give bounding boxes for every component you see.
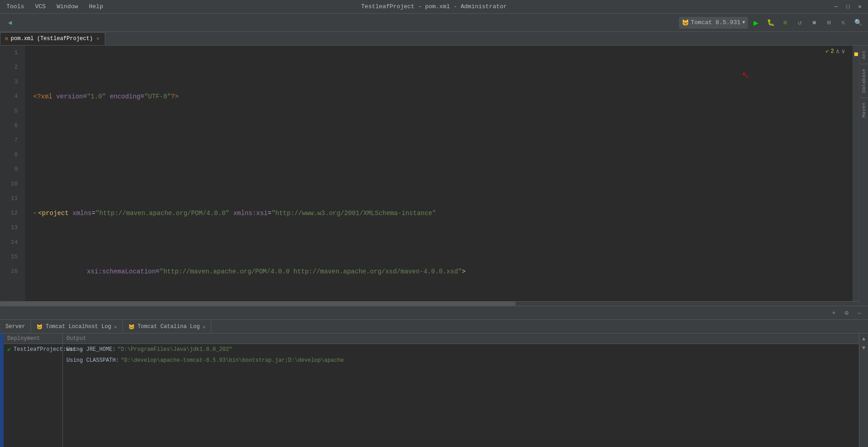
scroll-up-button[interactable]: ▲	[860, 335, 868, 343]
tab-server-label: Server	[5, 324, 25, 330]
run-button[interactable]: ▶	[750, 16, 762, 29]
line-num-14: 14	[0, 235, 21, 250]
editor-container: 1 2 3 4 5 6 7 8 9 10 11 12 13 14 15 16	[0, 46, 859, 306]
maximize-button[interactable]: □	[844, 3, 852, 10]
settings-button[interactable]: ⚙	[842, 308, 852, 318]
bottom-toolbar: + ⚙ —	[0, 306, 868, 320]
window-controls: — □ ✕	[832, 3, 863, 10]
editor-content[interactable]: 1 2 3 4 5 6 7 8 9 10 11 12 13 14 15 16	[0, 46, 859, 301]
toolbar: ◀ 🐱 Tomcat 8.5.931 ▼ ▶ 🐛 ⊕ ↺ ■ ⊞ ⇱ 🔍	[0, 14, 868, 32]
scroll-down-button[interactable]: ▼	[860, 344, 868, 352]
far-right-panel: Ant Database Maven	[859, 46, 868, 306]
database-panel-label[interactable]: Database	[860, 64, 868, 98]
stop-button[interactable]: ■	[808, 16, 821, 29]
output-header: Output	[63, 334, 859, 344]
ant-panel-label[interactable]: Ant	[860, 46, 868, 64]
code-line-4: xsi:schemaLocation="http://maven.apache.…	[30, 264, 848, 279]
minimize-panel-button[interactable]: —	[854, 308, 864, 318]
line-num-6: 6	[0, 118, 21, 133]
main-area: 1 2 3 4 5 6 7 8 9 10 11 12 13 14 15 16	[0, 46, 868, 306]
line-num-1: 1	[0, 46, 21, 60]
status-stripe	[0, 334, 4, 447]
run-config-dropdown-icon[interactable]: ▼	[742, 20, 745, 25]
line-num-11: 11	[0, 191, 21, 206]
tab-catalina-label: Tomcat Catalina Log	[138, 324, 200, 330]
tabs-bar: m pom.xml (TestleafProject) ✕	[0, 32, 868, 46]
line-num-3: 3	[0, 75, 21, 89]
line-num-16: 16	[0, 264, 21, 279]
edit-config-button[interactable]: ⇱	[837, 16, 850, 29]
add-tab-button[interactable]: +	[829, 308, 839, 318]
close-button[interactable]: ✕	[856, 3, 863, 10]
error-nav-down[interactable]: ∨	[842, 47, 845, 55]
line-num-9: 9	[0, 162, 21, 177]
output-label-1: Using JRE_HOME:	[66, 345, 116, 354]
output-line-2: Using CLASSPATH: "D:\develop\apache-tomc…	[63, 355, 859, 366]
menu-tools[interactable]: Tools	[5, 2, 26, 11]
deployment-check-icon: ✔	[7, 346, 11, 353]
line-num-4: 4	[0, 89, 21, 104]
menu-vcs[interactable]: VCS	[33, 2, 47, 11]
run-configuration[interactable]: 🐱 Tomcat 8.5.931 ▼	[679, 17, 748, 29]
tab-tomcat-localhost-log[interactable]: 🐱 Tomcat Localhost Log ✕	[31, 320, 123, 334]
tab-close-button[interactable]: ✕	[96, 35, 101, 42]
tab-localhost-close[interactable]: ✕	[114, 324, 117, 330]
build-project-button[interactable]: ⊞	[822, 16, 835, 29]
line-num-13: 13	[0, 221, 21, 235]
tab-localhost-icon: 🐱	[36, 324, 43, 330]
bottom-panel: + ⚙ — Server 🐱 Tomcat Localhost Log ✕ 🐱 …	[0, 306, 868, 447]
line-num-2: 2	[0, 60, 21, 75]
tab-icon: m	[5, 36, 8, 41]
line-num-15: 15	[0, 250, 21, 264]
profiler-button[interactable]: ↺	[793, 16, 806, 29]
bottom-content: Deployment ✔ TestleafProject:war → Outpu…	[0, 334, 868, 447]
coverage-button[interactable]: ⊕	[779, 16, 791, 29]
tomcat-icon: 🐱	[682, 19, 689, 26]
back-button[interactable]: ◀	[4, 16, 16, 29]
line-numbers: 1 2 3 4 5 6 7 8 9 10 11 12 13 14 15 16	[0, 46, 25, 301]
line-num-8: 8	[0, 148, 21, 162]
code-line-3: ▾ <project xmlns="http://maven.apache.or…	[30, 206, 848, 221]
menu-window[interactable]: Window	[55, 2, 80, 11]
code-line-1: <?xml version="1.0" encoding="UTF-8"?>	[30, 89, 848, 104]
output-value-1: "D:\ProgramFiles\Java\jdk1.8.0_202"	[117, 345, 232, 354]
deployment-header: Deployment	[4, 334, 62, 344]
run-config-label: Tomcat 8.5.931	[691, 19, 740, 26]
warning-icon: ✔	[826, 48, 829, 55]
output-value-2: "D:\develop\apache-tomcat-8.5.93\bin\boo…	[121, 356, 344, 365]
tab-catalina-icon: 🐱	[128, 324, 135, 330]
bottom-right-panel: ▲ ▼	[859, 334, 868, 447]
title-bar: Tools VCS Window Help TestleafProject - …	[0, 0, 868, 14]
error-nav-up[interactable]: ∧	[836, 47, 839, 55]
tab-label: pom.xml (TestleafProject)	[11, 36, 93, 42]
error-count: 2	[831, 48, 834, 55]
line-num-5: 5	[0, 104, 21, 118]
editor-right-bar	[853, 46, 859, 301]
menu-help[interactable]: Help	[87, 2, 105, 11]
maven-panel-label[interactable]: Maven	[860, 98, 868, 122]
window-title: TestleafProject - pom.xml - Administrato…	[361, 3, 507, 10]
line-num-12: 12	[0, 206, 21, 221]
code-area[interactable]: <?xml version="1.0" encoding="UTF-8"?> ▾…	[25, 46, 853, 301]
output-panel: Output Using JRE_HOME: "D:\ProgramFiles\…	[63, 334, 859, 447]
horizontal-scrollbar[interactable]	[0, 301, 859, 306]
fold-icon-3[interactable]: ▾	[33, 206, 36, 221]
output-line-1: Using JRE_HOME: "D:\ProgramFiles\Java\jd…	[63, 344, 859, 355]
tab-catalina-close[interactable]: ✕	[203, 324, 206, 330]
minimize-button[interactable]: —	[832, 3, 840, 10]
tab-localhost-label: Tomcat Localhost Log	[46, 324, 111, 330]
code-line-2	[30, 148, 848, 162]
menu-bar: Tools VCS Window Help	[5, 2, 105, 11]
error-nav: ✔ 2 ∧ ∨	[826, 47, 845, 55]
tab-tomcat-catalina-log[interactable]: 🐱 Tomcat Catalina Log ✕	[123, 320, 211, 334]
menu-items: Tools VCS Window Help	[5, 2, 105, 11]
bottom-tabs: Server 🐱 Tomcat Localhost Log ✕ 🐱 Tomcat…	[0, 320, 868, 334]
line-num-7: 7	[0, 133, 21, 148]
tab-pom-xml[interactable]: m pom.xml (TestleafProject) ✕	[0, 32, 105, 45]
deployment-item[interactable]: ✔ TestleafProject:war →	[4, 344, 62, 355]
deployment-panel: Deployment ✔ TestleafProject:war →	[4, 334, 63, 447]
debug-button[interactable]: 🐛	[764, 16, 777, 29]
tab-server[interactable]: Server	[0, 320, 31, 334]
line-num-10: 10	[0, 177, 21, 191]
vcs-update-button[interactable]: 🔍	[852, 16, 864, 29]
